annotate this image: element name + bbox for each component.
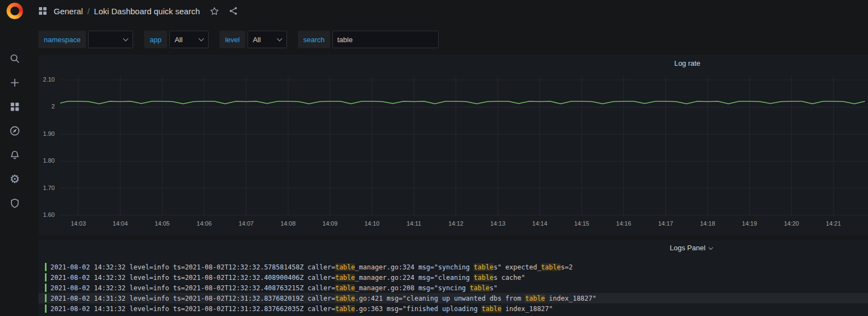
variable-namespace: namespace [38,31,133,48]
log-row[interactable]: 2021-08-02 14:31:32 level=info ts=2021-0… [38,293,868,303]
log-rows: 2021-08-02 14:32:32 level=info ts=2021-0… [38,262,868,314]
level-select[interactable]: All [248,31,287,48]
x-axis-label: 14:16 [616,220,631,227]
search-label: search [298,31,330,48]
apps-grid-icon [38,7,47,15]
log-line-text: 2021-08-02 14:31:32 level=info ts=2021-0… [50,305,553,313]
search-match-highlight: table [335,263,355,271]
x-axis-label: 14:19 [742,220,757,227]
share-icon[interactable] [229,7,238,15]
breadcrumb-folder[interactable]: General [54,7,83,16]
page-title[interactable]: Loki Dashboard quick search [94,7,200,16]
x-axis-label: 14:05 [154,220,170,227]
search-match-highlight: table [541,263,561,271]
search-match-highlight: table [335,295,355,302]
log-row[interactable]: 2021-08-02 14:32:32 level=info ts=2021-0… [38,272,868,283]
search-match-highlight: table [525,295,545,302]
admin-shield-icon[interactable] [9,198,20,209]
chevron-down-icon [123,36,129,42]
x-axis-label: 14:14 [532,220,548,227]
log-line-text: 2021-08-02 14:32:32 level=info ts=2021-0… [50,274,525,281]
log-row[interactable]: 2021-08-02 14:32:32 level=info ts=2021-0… [38,262,868,272]
breadcrumb-separator: / [87,7,89,16]
x-axis-label: 14:13 [490,220,505,227]
log-level-bar [45,263,47,271]
dashboards-icon[interactable] [9,101,20,112]
namespace-label: namespace [38,31,86,48]
variable-level: level All [220,31,287,48]
template-variables-bar: namespace app All level All search [38,31,868,48]
x-axis-label: 14:06 [197,220,212,227]
y-axis-label: 2.10 [38,76,55,83]
app-select[interactable]: All [169,31,209,48]
log-line-text: 2021-08-02 14:32:32 level=info ts=2021-0… [50,263,573,271]
search-match-highlight: table [481,305,501,313]
log-row[interactable]: 2021-08-02 14:31:32 level=info ts=2021-0… [38,303,868,314]
x-axis-label: 14:21 [826,220,841,227]
x-axis-label: 14:08 [280,220,296,227]
chevron-down-icon [198,36,204,42]
x-axis-label: 14:10 [364,220,380,227]
variable-app: app All [144,31,209,48]
star-icon[interactable] [210,7,219,16]
x-axis-label: 14:04 [113,220,128,227]
configuration-gear-icon[interactable]: ⚙ [9,174,20,185]
logs-panel-title[interactable]: Logs Panel [670,244,712,252]
x-axis-label: 14:07 [239,220,254,227]
grafana-logo[interactable] [7,3,23,19]
search-input[interactable] [332,31,439,48]
x-axis-label: 14:18 [700,220,715,227]
log-level-bar [45,273,47,281]
y-axis-label: 1.70 [38,185,55,191]
log-rate-panel-title[interactable]: Log rate [674,59,700,67]
nav-sidebar: ⚙ [0,0,30,316]
search-match-highlight: table [474,263,493,271]
dashboard-header: General / Loki Dashboard quick search [38,0,868,22]
x-axis-label: 14:17 [658,220,674,227]
log-rate-panel: Log rate 2.1021.901.801.701.6014:0314:04… [38,55,868,235]
y-axis-label: 1.80 [38,157,55,164]
search-match-highlight: table [335,284,355,292]
y-axis-label: 1.90 [38,130,55,137]
log-level-bar [45,304,47,313]
log-line-text: 2021-08-02 14:32:32 level=info ts=2021-0… [50,284,497,292]
search-match-highlight: table [335,305,355,313]
search-match-highlight: table [470,284,490,292]
log-line-text: 2021-08-02 14:31:32 level=info ts=2021-0… [50,295,596,302]
logs-panel: Logs Panel 2021-08-02 14:32:32 level=inf… [38,239,868,316]
x-axis-label: 14:12 [449,220,464,227]
x-axis-label: 14:20 [784,220,799,227]
dashboard-main: General / Loki Dashboard quick search na… [30,0,868,316]
y-axis-label: 2 [38,103,55,110]
y-axis-label: 1.60 [38,211,55,218]
log-row[interactable]: 2021-08-02 14:32:32 level=info ts=2021-0… [38,283,868,293]
x-axis-label: 14:09 [323,220,338,227]
panel-menu-caret-icon [709,245,713,249]
log-level-bar [45,294,47,302]
app-label: app [144,31,167,48]
level-value: All [253,36,261,44]
alerting-bell-icon[interactable] [9,150,20,160]
app-value: All [175,36,182,44]
search-match-highlight: table [474,274,493,281]
search-icon[interactable] [9,53,20,64]
level-label: level [220,31,245,48]
chevron-down-icon [277,36,282,42]
x-axis-label: 14:15 [574,220,589,227]
namespace-select[interactable] [88,31,133,48]
explore-compass-icon[interactable] [9,125,20,136]
variable-search: search [298,31,439,48]
x-axis-label: 14:11 [406,220,421,227]
log-rate-chart[interactable] [60,77,868,216]
search-match-highlight: table [335,274,355,281]
log-level-bar [45,284,47,292]
x-axis-label: 14:03 [71,220,86,227]
plus-icon[interactable] [9,77,20,88]
